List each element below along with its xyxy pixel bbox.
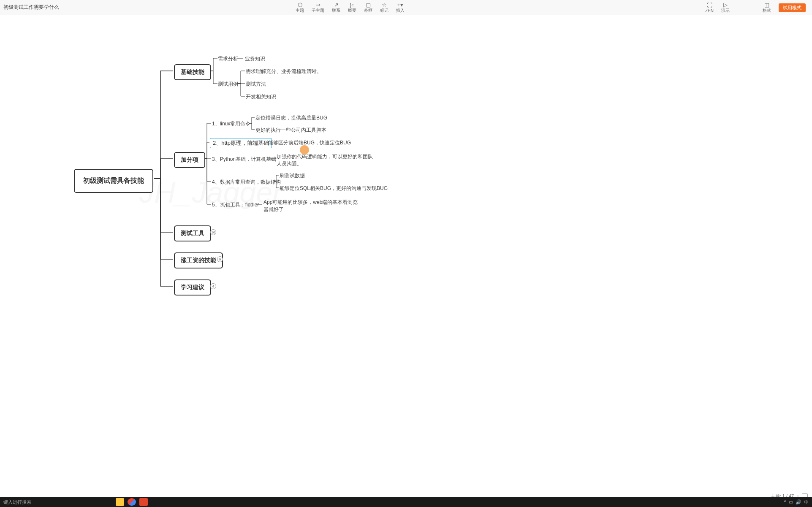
mindmap-canvas[interactable]: JH_Jagger 初级测试需具备技能 基础技能 加分项 测试工具 10 涨工资… bbox=[0, 15, 812, 493]
node-http-selected[interactable]: 2、http原理，前端基础 bbox=[210, 138, 272, 148]
node-fiddler[interactable]: 5、抓包工具：fiddler bbox=[212, 201, 259, 209]
node-linux[interactable]: 1、linux常用命令 bbox=[212, 120, 250, 127]
trial-mode-button[interactable]: 试用模式 bbox=[779, 3, 806, 12]
leaf-case2[interactable]: 测试方法 bbox=[246, 81, 266, 88]
leaf-case1[interactable]: 需求理解充分、业务流梳理清晰。 bbox=[246, 68, 322, 75]
node-advice[interactable]: 学习建议 bbox=[174, 279, 211, 296]
expand-icon: ⛶ bbox=[706, 3, 713, 8]
explorer-icon[interactable] bbox=[116, 498, 124, 506]
leaf-biz-knowledge[interactable]: 业务知识 bbox=[245, 55, 265, 62]
document-title: 初级测试工作需要学什么 bbox=[3, 4, 59, 11]
present-button[interactable]: ▷演示 bbox=[721, 2, 730, 14]
tray-network-icon[interactable]: ▭ bbox=[789, 499, 793, 505]
cursor-highlight bbox=[300, 145, 309, 155]
plus-icon: +▾ bbox=[397, 2, 404, 8]
tray-volume-icon[interactable]: 🔊 bbox=[796, 499, 801, 505]
leaf-http-a[interactable]: 能够区分前后端BUG，快速定位BUG bbox=[268, 139, 351, 146]
square-icon: ▢ bbox=[365, 2, 372, 8]
leaf-linux-b[interactable]: 更好的执行一些公司内工具脚本 bbox=[255, 127, 326, 134]
node-bonus[interactable]: 加分项 bbox=[174, 152, 205, 168]
node-req-analysis[interactable]: 需求分析 bbox=[218, 55, 238, 62]
leaf-python-a[interactable]: 加强你的代码逻辑能力，可以更好的和团队人员沟通。 bbox=[277, 153, 374, 168]
relate-button[interactable]: ↗联系 bbox=[332, 2, 340, 14]
node-salary-skills[interactable]: 涨工资的技能 bbox=[174, 252, 223, 268]
theme-button[interactable]: ⬡主题 bbox=[296, 2, 304, 14]
format-button[interactable]: ◫格式 bbox=[763, 2, 771, 14]
taskbar-search[interactable]: 键入进行搜索 bbox=[3, 499, 31, 505]
leaf-case3[interactable]: 开发相关知识 bbox=[246, 93, 276, 100]
badge-salary-count[interactable]: 9 bbox=[217, 256, 223, 262]
badge-advice-count[interactable]: 4 bbox=[210, 283, 216, 289]
bracket-icon: }○ bbox=[349, 2, 356, 8]
tray-chevron-icon[interactable]: ^ bbox=[784, 499, 786, 504]
root-node[interactable]: 初级测试需具备技能 bbox=[74, 169, 153, 193]
windows-taskbar: 键入进行搜索 ^ ▭ 🔊 中 bbox=[0, 497, 812, 507]
node-python[interactable]: 3、Python基础，计算机基础 bbox=[212, 156, 276, 163]
ime-indicator[interactable]: 中 bbox=[804, 499, 809, 505]
branch-icon: ⊸ bbox=[315, 2, 321, 8]
insert-button[interactable]: +▾插入 bbox=[396, 2, 405, 14]
arrow-icon: ↗ bbox=[333, 2, 339, 8]
node-test-case[interactable]: 测试用例 bbox=[218, 81, 238, 88]
star-icon: ☆ bbox=[381, 2, 388, 8]
zen-button[interactable]: ⛶ZEN bbox=[705, 3, 714, 13]
xmind-icon[interactable] bbox=[139, 498, 148, 506]
badge-tools-count[interactable]: 10 bbox=[210, 229, 216, 235]
marker-button[interactable]: ☆标记 bbox=[380, 2, 388, 14]
node-database[interactable]: 4、数据库常用查询，数据结构 bbox=[212, 179, 281, 186]
node-tools[interactable]: 测试工具 bbox=[174, 225, 211, 241]
subtheme-button[interactable]: ⊸子主题 bbox=[312, 2, 324, 14]
connector-lines bbox=[0, 15, 812, 493]
leaf-db-a[interactable]: 刷测试数据 bbox=[280, 172, 305, 179]
boundary-button[interactable]: ▢外框 bbox=[364, 2, 372, 14]
system-tray: ^ ▭ 🔊 中 bbox=[784, 499, 809, 505]
leaf-db-b[interactable]: 能够定位SQL相关BUG，更好的沟通与发现BUG bbox=[280, 185, 388, 192]
panel-icon: ◫ bbox=[763, 2, 770, 8]
leaf-fiddler-a[interactable]: App可能用的比较多，web端的基本看浏览器就好了 bbox=[263, 199, 361, 213]
summary-button[interactable]: }○概要 bbox=[348, 2, 356, 14]
node-basic-skills[interactable]: 基础技能 bbox=[174, 64, 211, 80]
main-toolbar: ⬡主题 ⊸子主题 ↗联系 }○概要 ▢外框 ☆标记 +▾插入 ⛶ZEN ▷演示 … bbox=[296, 0, 812, 15]
hexagon-icon: ⬡ bbox=[296, 2, 303, 8]
leaf-linux-a[interactable]: 定位错误日志，提供高质量BUG bbox=[255, 114, 327, 122]
play-icon: ▷ bbox=[722, 2, 729, 8]
chrome-icon[interactable] bbox=[128, 498, 136, 506]
